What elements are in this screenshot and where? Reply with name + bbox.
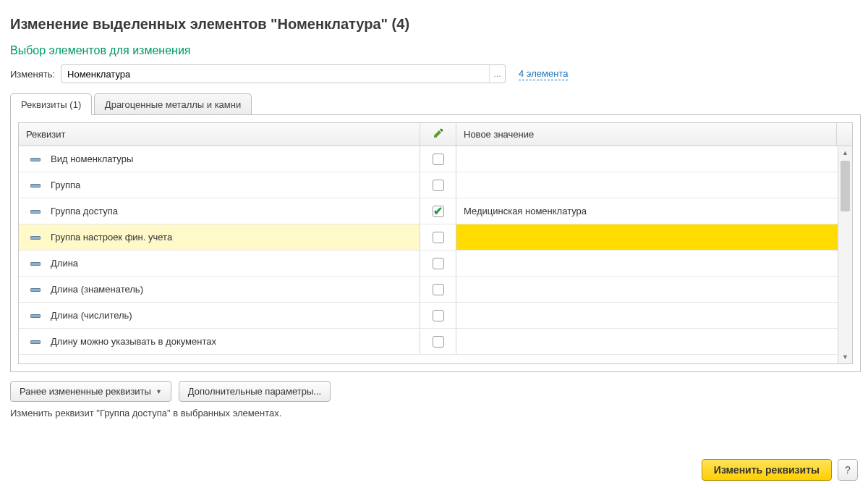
scroll-thumb[interactable] bbox=[841, 161, 850, 211]
cell-attribute: Длину можно указывать в документах bbox=[19, 329, 420, 354]
table-row[interactable]: Длина bbox=[19, 251, 852, 277]
page-subtitle: Выбор элементов для изменения bbox=[10, 44, 861, 57]
cell-attribute: Группа bbox=[19, 172, 420, 198]
vertical-scrollbar[interactable]: ▲ ▼ bbox=[838, 146, 852, 363]
checkbox-icon bbox=[433, 310, 444, 321]
row-marker-icon bbox=[30, 288, 41, 291]
change-input[interactable] bbox=[61, 69, 489, 80]
row-marker-icon bbox=[30, 210, 41, 213]
elements-count-link[interactable]: 4 элемента bbox=[519, 68, 568, 80]
bottom-buttons: Ранее измененные реквизиты ▼ Дополнитель… bbox=[10, 381, 861, 402]
tabs: Реквизиты (1) Драгоценные металлы и камн… bbox=[10, 93, 861, 115]
row-marker-icon bbox=[30, 184, 41, 187]
header-edit[interactable] bbox=[420, 123, 456, 146]
additional-params-button[interactable]: Дополнительные параметры... bbox=[179, 381, 331, 402]
table-row[interactable]: Длину можно указывать в документах bbox=[19, 329, 852, 355]
checkbox-icon bbox=[433, 258, 444, 269]
cell-new-value[interactable] bbox=[456, 224, 852, 250]
header-new-value[interactable]: Новое значение bbox=[456, 123, 837, 146]
row-marker-icon bbox=[30, 314, 41, 317]
checkbox-icon bbox=[433, 153, 444, 165]
table-row[interactable]: Длина (знаменатель) bbox=[19, 277, 852, 303]
cell-checkbox[interactable] bbox=[420, 198, 456, 224]
attribute-label: Длина bbox=[51, 258, 78, 269]
table-row[interactable]: Вид номенклатуры bbox=[19, 146, 852, 172]
cell-new-value[interactable] bbox=[456, 277, 852, 302]
cell-attribute: Длина (знаменатель) bbox=[19, 277, 420, 302]
cell-new-value[interactable]: Медицинская номенклатура bbox=[456, 198, 852, 224]
tab-precious-metals[interactable]: Драгоценные металлы и камни bbox=[94, 93, 252, 114]
row-marker-icon bbox=[30, 262, 41, 265]
scroll-down-icon[interactable]: ▼ bbox=[838, 350, 852, 363]
cell-attribute: Длина (числитель) bbox=[19, 303, 420, 328]
attribute-label: Длина (числитель) bbox=[51, 310, 132, 321]
cell-attribute: Вид номенклатуры bbox=[19, 146, 420, 172]
cell-new-value[interactable] bbox=[456, 146, 852, 172]
change-label: Изменять: bbox=[10, 69, 61, 80]
cell-new-value[interactable] bbox=[456, 251, 852, 276]
checkbox-icon bbox=[433, 206, 444, 217]
checkbox-icon bbox=[433, 180, 444, 191]
ellipsis-icon: … bbox=[493, 70, 501, 78]
cell-checkbox[interactable] bbox=[420, 277, 456, 302]
status-text: Изменить реквизит "Группа доступа" в выб… bbox=[10, 408, 861, 418]
checkbox-icon bbox=[433, 284, 444, 295]
cell-attribute: Длина bbox=[19, 251, 420, 276]
change-input-more-button[interactable]: … bbox=[489, 65, 505, 83]
tab-content: Реквизит Новое значение Вид номенклатуры… bbox=[10, 115, 861, 372]
grid-header: Реквизит Новое значение bbox=[19, 123, 852, 146]
row-marker-icon bbox=[30, 158, 41, 161]
chevron-down-icon: ▼ bbox=[156, 388, 162, 395]
previously-changed-button[interactable]: Ранее измененные реквизиты ▼ bbox=[10, 381, 171, 402]
cell-checkbox[interactable] bbox=[420, 329, 456, 354]
page-title: Изменение выделенных элементов "Номенкла… bbox=[10, 16, 861, 33]
previously-changed-label: Ранее измененные реквизиты bbox=[20, 386, 151, 397]
additional-params-label: Дополнительные параметры... bbox=[188, 386, 321, 397]
header-scroll-spacer bbox=[837, 123, 852, 146]
checkbox-icon bbox=[433, 336, 444, 348]
cell-attribute: Группа доступа bbox=[19, 198, 420, 224]
attribute-label: Группа bbox=[51, 180, 80, 190]
cell-checkbox[interactable] bbox=[420, 303, 456, 328]
cell-new-value[interactable] bbox=[456, 329, 852, 354]
table-row[interactable]: Длина (числитель) bbox=[19, 303, 852, 329]
change-input-wrap: … bbox=[61, 64, 506, 83]
attribute-label: Вид номенклатуры bbox=[51, 153, 133, 164]
cell-new-value[interactable] bbox=[456, 303, 852, 328]
cell-checkbox[interactable] bbox=[420, 146, 456, 172]
grid-body: Вид номенклатурыГруппаГруппа доступаМеди… bbox=[19, 146, 852, 363]
cell-new-value[interactable] bbox=[456, 172, 852, 198]
checkbox-icon bbox=[433, 232, 444, 243]
table-row[interactable]: Группа bbox=[19, 172, 852, 198]
cell-checkbox[interactable] bbox=[420, 224, 456, 250]
row-marker-icon bbox=[30, 236, 41, 239]
cell-checkbox[interactable] bbox=[420, 172, 456, 198]
table-row[interactable]: Группа настроек фин. учета bbox=[19, 224, 852, 251]
table-row[interactable]: Группа доступаМедицинская номенклатура bbox=[19, 198, 852, 224]
tab-attributes[interactable]: Реквизиты (1) bbox=[10, 93, 92, 115]
change-selector-row: Изменять: … 4 элемента bbox=[10, 64, 861, 83]
attribute-label: Группа настроек фин. учета bbox=[51, 232, 172, 243]
pencil-icon bbox=[433, 127, 444, 141]
scroll-up-icon[interactable]: ▲ bbox=[838, 146, 852, 159]
header-attribute[interactable]: Реквизит bbox=[19, 123, 420, 146]
attribute-label: Длину можно указывать в документах bbox=[51, 336, 216, 347]
attribute-label: Длина (знаменатель) bbox=[51, 284, 143, 295]
row-marker-icon bbox=[30, 340, 41, 343]
attribute-label: Группа доступа bbox=[51, 206, 118, 216]
cell-attribute: Группа настроек фин. учета bbox=[19, 224, 420, 250]
cell-checkbox[interactable] bbox=[420, 251, 456, 276]
attributes-grid: Реквизит Новое значение Вид номенклатуры… bbox=[18, 122, 853, 364]
